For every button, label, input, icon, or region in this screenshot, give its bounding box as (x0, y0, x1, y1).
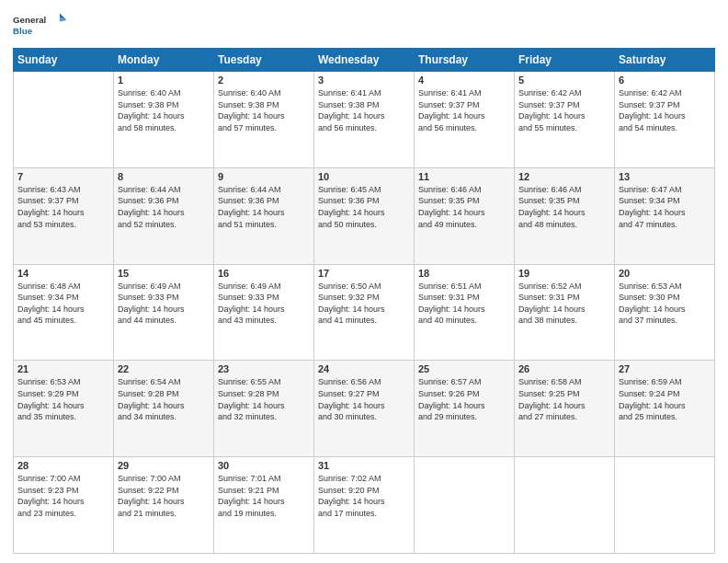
day-info: Sunrise: 6:41 AM Sunset: 9:37 PM Dayligh… (418, 87, 510, 133)
day-number: 31 (318, 460, 410, 471)
day-info: Sunrise: 6:57 AM Sunset: 9:26 PM Dayligh… (418, 376, 510, 422)
day-number: 1 (118, 75, 210, 86)
page: General Blue SundayMondayTuesdayWednesda… (0, 0, 728, 563)
day-cell: 12Sunrise: 6:46 AM Sunset: 9:35 PM Dayli… (515, 167, 615, 264)
day-number: 14 (17, 268, 109, 279)
day-number: 25 (418, 363, 510, 374)
day-info: Sunrise: 7:00 AM Sunset: 9:22 PM Dayligh… (118, 473, 210, 519)
day-header-friday: Friday (515, 49, 615, 72)
day-number: 4 (418, 75, 510, 86)
day-number: 13 (619, 171, 711, 182)
day-cell: 10Sunrise: 6:45 AM Sunset: 9:36 PM Dayli… (314, 167, 415, 264)
day-cell: 23Sunrise: 6:55 AM Sunset: 9:28 PM Dayli… (214, 361, 314, 457)
day-number: 10 (318, 171, 410, 182)
day-info: Sunrise: 6:52 AM Sunset: 9:31 PM Dayligh… (518, 281, 610, 327)
day-cell: 26Sunrise: 6:58 AM Sunset: 9:25 PM Dayli… (515, 361, 615, 457)
day-number: 5 (518, 75, 610, 86)
day-number: 2 (218, 75, 310, 86)
day-info: Sunrise: 6:44 AM Sunset: 9:36 PM Dayligh… (118, 184, 210, 230)
day-info: Sunrise: 6:54 AM Sunset: 9:28 PM Dayligh… (118, 376, 210, 422)
day-number: 19 (518, 268, 610, 279)
day-number: 30 (218, 460, 310, 471)
day-cell: 4Sunrise: 6:41 AM Sunset: 9:37 PM Daylig… (415, 72, 515, 168)
day-number: 23 (218, 363, 310, 374)
day-header-sunday: Sunday (14, 49, 114, 72)
day-cell: 24Sunrise: 6:56 AM Sunset: 9:27 PM Dayli… (314, 361, 415, 457)
day-cell: 3Sunrise: 6:41 AM Sunset: 9:38 PM Daylig… (314, 72, 415, 168)
day-info: Sunrise: 6:46 AM Sunset: 9:35 PM Dayligh… (518, 184, 610, 230)
day-cell: 9Sunrise: 6:44 AM Sunset: 9:36 PM Daylig… (214, 167, 314, 264)
day-cell: 6Sunrise: 6:42 AM Sunset: 9:37 PM Daylig… (615, 72, 715, 168)
day-cell: 8Sunrise: 6:44 AM Sunset: 9:36 PM Daylig… (114, 167, 214, 264)
day-header-saturday: Saturday (615, 49, 715, 72)
svg-text:General: General (13, 15, 47, 25)
day-cell: 13Sunrise: 6:47 AM Sunset: 9:34 PM Dayli… (615, 167, 715, 264)
day-number: 27 (619, 363, 711, 374)
week-row-2: 7Sunrise: 6:43 AM Sunset: 9:37 PM Daylig… (14, 167, 715, 264)
day-number: 6 (619, 75, 711, 86)
day-cell: 27Sunrise: 6:59 AM Sunset: 9:24 PM Dayli… (615, 361, 715, 457)
day-number: 26 (518, 363, 610, 374)
day-info: Sunrise: 6:45 AM Sunset: 9:36 PM Dayligh… (318, 184, 410, 230)
day-cell: 7Sunrise: 6:43 AM Sunset: 9:37 PM Daylig… (14, 167, 114, 264)
day-cell: 16Sunrise: 6:49 AM Sunset: 9:33 PM Dayli… (214, 264, 314, 361)
day-info: Sunrise: 6:55 AM Sunset: 9:28 PM Dayligh… (218, 376, 310, 422)
day-info: Sunrise: 6:50 AM Sunset: 9:32 PM Dayligh… (318, 281, 410, 327)
day-cell: 14Sunrise: 6:48 AM Sunset: 9:34 PM Dayli… (14, 264, 114, 361)
day-cell: 25Sunrise: 6:57 AM Sunset: 9:26 PM Dayli… (415, 361, 515, 457)
day-cell: 28Sunrise: 7:00 AM Sunset: 9:23 PM Dayli… (14, 457, 114, 554)
day-info: Sunrise: 6:53 AM Sunset: 9:30 PM Dayligh… (619, 281, 711, 327)
logo: General Blue (13, 9, 68, 42)
day-header-wednesday: Wednesday (314, 49, 415, 72)
day-number: 12 (518, 171, 610, 182)
day-cell (415, 457, 515, 554)
day-cell: 15Sunrise: 6:49 AM Sunset: 9:33 PM Dayli… (114, 264, 214, 361)
day-cell: 17Sunrise: 6:50 AM Sunset: 9:32 PM Dayli… (314, 264, 415, 361)
day-number: 11 (418, 171, 510, 182)
day-number: 22 (118, 363, 210, 374)
week-row-4: 21Sunrise: 6:53 AM Sunset: 9:29 PM Dayli… (14, 361, 715, 457)
day-info: Sunrise: 6:43 AM Sunset: 9:37 PM Dayligh… (17, 184, 109, 230)
day-cell (615, 457, 715, 554)
day-header-thursday: Thursday (415, 49, 515, 72)
day-info: Sunrise: 6:47 AM Sunset: 9:34 PM Dayligh… (619, 184, 711, 230)
day-info: Sunrise: 6:41 AM Sunset: 9:38 PM Dayligh… (318, 87, 410, 133)
day-info: Sunrise: 6:51 AM Sunset: 9:31 PM Dayligh… (418, 281, 510, 327)
day-info: Sunrise: 6:40 AM Sunset: 9:38 PM Dayligh… (118, 87, 210, 133)
day-info: Sunrise: 7:02 AM Sunset: 9:20 PM Dayligh… (318, 473, 410, 519)
day-number: 7 (17, 171, 109, 182)
day-number: 20 (619, 268, 711, 279)
day-info: Sunrise: 6:40 AM Sunset: 9:38 PM Dayligh… (218, 87, 310, 133)
day-cell: 29Sunrise: 7:00 AM Sunset: 9:22 PM Dayli… (114, 457, 214, 554)
day-number: 29 (118, 460, 210, 471)
calendar-body: 1Sunrise: 6:40 AM Sunset: 9:38 PM Daylig… (14, 72, 715, 554)
day-cell: 31Sunrise: 7:02 AM Sunset: 9:20 PM Dayli… (314, 457, 415, 554)
day-number: 3 (318, 75, 410, 86)
day-info: Sunrise: 6:59 AM Sunset: 9:24 PM Dayligh… (619, 376, 711, 422)
day-cell: 18Sunrise: 6:51 AM Sunset: 9:31 PM Dayli… (415, 264, 515, 361)
day-number: 15 (118, 268, 210, 279)
day-cell: 1Sunrise: 6:40 AM Sunset: 9:38 PM Daylig… (114, 72, 214, 168)
day-info: Sunrise: 6:48 AM Sunset: 9:34 PM Dayligh… (17, 281, 109, 327)
day-number: 16 (218, 268, 310, 279)
logo-svg: General Blue (13, 9, 68, 42)
week-row-1: 1Sunrise: 6:40 AM Sunset: 9:38 PM Daylig… (14, 72, 715, 168)
day-header-monday: Monday (114, 49, 214, 72)
day-cell: 20Sunrise: 6:53 AM Sunset: 9:30 PM Dayli… (615, 264, 715, 361)
header-row: SundayMondayTuesdayWednesdayThursdayFrid… (14, 49, 715, 72)
day-cell (14, 72, 114, 168)
day-info: Sunrise: 6:49 AM Sunset: 9:33 PM Dayligh… (218, 281, 310, 327)
day-number: 8 (118, 171, 210, 182)
calendar-header: SundayMondayTuesdayWednesdayThursdayFrid… (14, 49, 715, 72)
day-info: Sunrise: 7:01 AM Sunset: 9:21 PM Dayligh… (218, 473, 310, 519)
day-cell: 5Sunrise: 6:42 AM Sunset: 9:37 PM Daylig… (515, 72, 615, 168)
day-number: 21 (17, 363, 109, 374)
day-header-tuesday: Tuesday (214, 49, 314, 72)
calendar-table: SundayMondayTuesdayWednesdayThursdayFrid… (13, 48, 715, 554)
day-info: Sunrise: 6:56 AM Sunset: 9:27 PM Dayligh… (318, 376, 410, 422)
day-number: 28 (17, 460, 109, 471)
day-info: Sunrise: 6:58 AM Sunset: 9:25 PM Dayligh… (518, 376, 610, 422)
day-number: 24 (318, 363, 410, 374)
day-cell: 2Sunrise: 6:40 AM Sunset: 9:38 PM Daylig… (214, 72, 314, 168)
day-cell: 22Sunrise: 6:54 AM Sunset: 9:28 PM Dayli… (114, 361, 214, 457)
